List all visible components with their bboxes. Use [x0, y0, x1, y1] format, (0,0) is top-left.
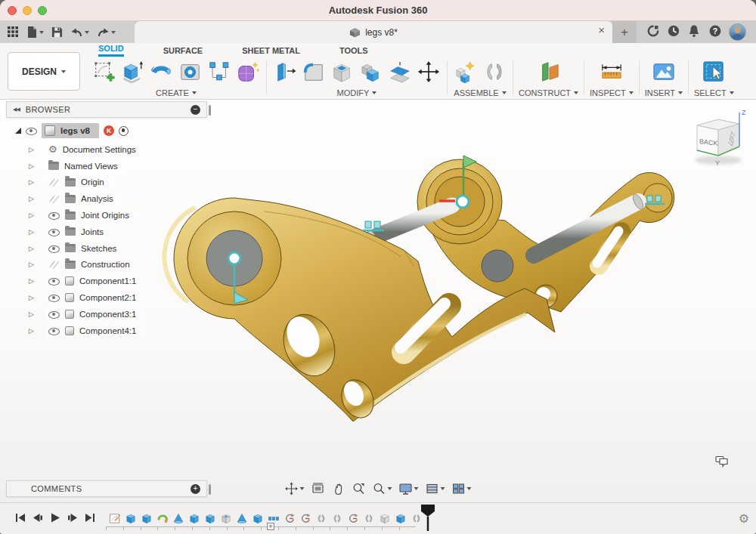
visibility-eye-icon[interactable]: [48, 194, 60, 204]
tab-solid[interactable]: SOLID: [98, 44, 124, 57]
hole-button[interactable]: [178, 58, 203, 85]
tab-tools[interactable]: TOOLS: [339, 46, 368, 57]
disclosure-triangle-icon[interactable]: ▷: [29, 294, 46, 301]
shell-button[interactable]: [330, 58, 355, 85]
group-label-select[interactable]: SELECT: [694, 87, 734, 99]
timeline-settings-gear-button[interactable]: ⚙: [739, 513, 749, 525]
zoom-button[interactable]: [370, 479, 395, 498]
comment-bubbles-button[interactable]: [715, 455, 729, 468]
file-menu-button[interactable]: [25, 24, 45, 40]
form-button[interactable]: [235, 58, 261, 85]
box-gray-feature-icon[interactable]: [379, 512, 391, 525]
add-comment-button[interactable]: +: [191, 484, 200, 494]
timeline-ruler[interactable]: [106, 526, 416, 530]
pan-button[interactable]: [329, 479, 349, 498]
undo-button[interactable]: [69, 25, 91, 39]
loft-feature-icon[interactable]: [172, 512, 184, 525]
visibility-eye-icon[interactable]: [48, 326, 60, 335]
visibility-eye-icon[interactable]: [48, 309, 60, 319]
visibility-eye-icon[interactable]: [48, 211, 60, 221]
visibility-eye-icon[interactable]: [48, 293, 60, 303]
extensions-button[interactable]: [646, 24, 660, 41]
joint-feature-icon[interactable]: [315, 512, 327, 525]
sketch-feature-icon[interactable]: [109, 512, 121, 525]
group-label-assemble[interactable]: ASSEMBLE: [454, 87, 506, 99]
disclosure-triangle-icon[interactable]: ▷: [29, 245, 46, 252]
tree-row-sketches[interactable]: ▷Sketches: [6, 240, 207, 257]
extrude-feature-icon[interactable]: [188, 512, 200, 525]
group-label-create[interactable]: CREATE: [156, 87, 197, 99]
extrude-button[interactable]: [120, 58, 146, 85]
revolute-feature-icon[interactable]: [347, 512, 359, 525]
press-pull-button[interactable]: [272, 58, 298, 85]
insert-image-button[interactable]: [651, 58, 677, 85]
tab-sheet-metal[interactable]: SHEET METAL: [242, 46, 300, 57]
browser-header[interactable]: ◀◀ BROWSER −: [6, 101, 207, 118]
joint-button[interactable]: [482, 58, 507, 85]
redo-button[interactable]: [95, 25, 117, 39]
visibility-eye-icon[interactable]: [48, 177, 60, 187]
group-label-insert[interactable]: INSERT: [645, 87, 683, 99]
root-document-label[interactable]: legs v8: [60, 126, 90, 135]
tree-row-component3-1[interactable]: ▷Component3:1: [6, 306, 207, 323]
tree-row-component2-1[interactable]: ▷Component2:1: [6, 289, 207, 306]
zoom-window-button[interactable]: [349, 479, 369, 498]
back-bracket-component[interactable]: [417, 159, 674, 312]
disclosure-triangle-icon[interactable]: ▷: [29, 195, 46, 202]
tree-row-origin[interactable]: ▷Origin: [6, 174, 207, 191]
tree-row-component1-1[interactable]: ▷Component1:1: [6, 273, 207, 289]
document-tab[interactable]: legs v8* ×: [135, 21, 612, 43]
visibility-eye-icon[interactable]: [48, 243, 60, 253]
measure-button[interactable]: [599, 58, 624, 85]
help-button[interactable]: ?: [708, 24, 722, 41]
activate-component-radio[interactable]: [119, 126, 129, 136]
joint-feature-icon[interactable]: [363, 512, 375, 525]
visibility-eye-icon[interactable]: [48, 227, 60, 236]
construct-plane-button[interactable]: [536, 58, 562, 85]
collapse-panel-icon[interactable]: ◀◀: [13, 106, 20, 113]
disclosure-triangle-icon[interactable]: ▷: [29, 178, 46, 186]
collaborator-badge[interactable]: K: [104, 125, 114, 136]
offset-face-button[interactable]: [387, 58, 413, 85]
tree-row-analysis[interactable]: ▷Analysis: [6, 190, 207, 207]
tab-surface[interactable]: SURFACE: [163, 46, 203, 57]
close-tab-button[interactable]: ×: [598, 24, 605, 35]
panel-scrollbar[interactable]: [209, 105, 211, 116]
job-status-button[interactable]: [667, 24, 680, 41]
timeline-playhead[interactable]: [420, 504, 435, 532]
disclosure-triangle-icon[interactable]: ▷: [29, 310, 46, 318]
revolute-joint-icon[interactable]: [228, 252, 240, 264]
expand-triangle-icon[interactable]: [15, 128, 21, 134]
box-blue-feature-icon[interactable]: [395, 512, 407, 525]
new-component-button[interactable]: [453, 58, 479, 85]
visibility-eye-icon[interactable]: [48, 260, 60, 270]
joint-feature-icon[interactable]: [331, 512, 343, 525]
tree-row-joint-origins[interactable]: ▷Joint Origins: [6, 207, 207, 224]
play-button[interactable]: [50, 512, 60, 526]
revolute-feature-icon[interactable]: [299, 512, 311, 525]
disclosure-triangle-icon[interactable]: ▷: [29, 261, 46, 268]
select-button[interactable]: [701, 58, 727, 85]
viewports-button[interactable]: [449, 479, 475, 498]
group-label-modify[interactable]: MODIFY: [337, 87, 377, 99]
orbit-button[interactable]: [282, 479, 308, 498]
save-button[interactable]: [50, 25, 64, 39]
create-sketch-button[interactable]: [91, 58, 117, 85]
fillet-button[interactable]: [301, 58, 327, 85]
new-tab-button[interactable]: +: [612, 21, 637, 43]
3d-viewport[interactable]: BACK LEFT Z Y ◀◀ BROWSER −: [0, 100, 756, 502]
extrude-feature-icon[interactable]: [204, 512, 216, 525]
grid-layout-button[interactable]: [423, 479, 448, 498]
view-cube[interactable]: BACK LEFT Z Y: [689, 107, 747, 168]
go-to-start-button[interactable]: [15, 512, 26, 526]
comments-header[interactable]: COMMENTS +: [6, 480, 207, 497]
tree-row-construction[interactable]: ▷Construction: [6, 257, 207, 273]
group-label-construct[interactable]: CONSTRUCT: [519, 87, 578, 99]
revolute-feature-icon[interactable]: [284, 512, 296, 525]
disclosure-triangle-icon[interactable]: ▷: [29, 228, 46, 236]
step-forward-button[interactable]: [67, 512, 78, 526]
tree-row-joints[interactable]: ▷Joints: [6, 224, 207, 240]
disclosure-triangle-icon[interactable]: ▷: [29, 277, 46, 285]
app-grid-button[interactable]: [6, 25, 20, 39]
panel-scrollbar[interactable]: [209, 484, 211, 495]
